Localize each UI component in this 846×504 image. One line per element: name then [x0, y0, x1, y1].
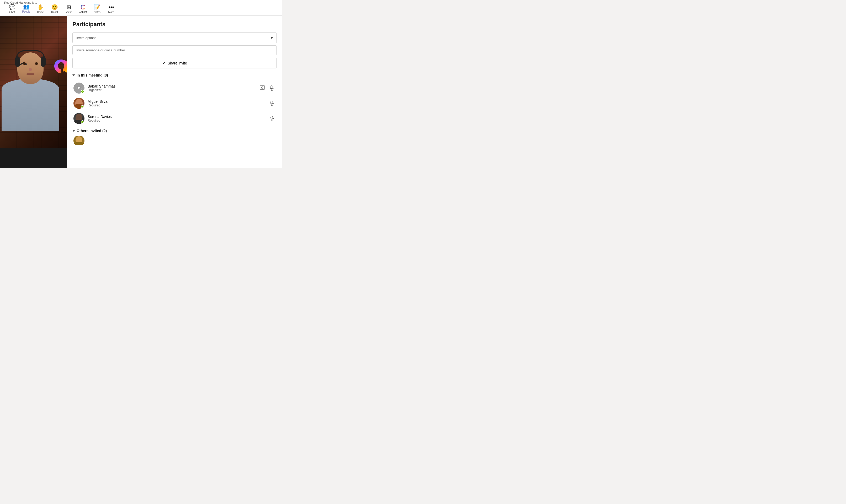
participant-item-serena: Serena Davies Required [72, 111, 277, 126]
toolbar-item-copilot[interactable]: Copilot [76, 3, 90, 14]
mic-icon-babak[interactable] [268, 84, 276, 92]
people-icon: 👥 [23, 3, 30, 10]
share-invite-button[interactable]: ↗ Share invite [72, 58, 277, 68]
video-bottom [0, 148, 67, 168]
in-meeting-header[interactable]: In this meeting (3) [72, 73, 277, 77]
invite-dropdown-text: Invite options [76, 36, 97, 40]
nose [29, 68, 32, 71]
participant-name-babak: Babak Shammas [88, 84, 255, 88]
in-meeting-title: In this meeting (3) [76, 73, 108, 77]
video-feed [0, 16, 67, 148]
shirt [2, 79, 59, 131]
chat-icon: 💬 [9, 4, 16, 10]
toolbar-copilot-label: Copilot [79, 11, 87, 13]
participant-item-miguel: Miguel Silva Required [72, 96, 277, 111]
avatar-serena [73, 113, 85, 124]
main-layout: Participants Invite options ▾ ↗ Share in… [0, 16, 282, 168]
person-in-video [0, 52, 62, 142]
status-dot-miguel [81, 105, 84, 108]
collapse-others-icon [72, 130, 75, 132]
initials-text-babak: BS [76, 86, 81, 90]
participant-actions-babak [258, 84, 276, 92]
toolbar-item-more[interactable]: ••• More [104, 3, 118, 15]
toolbar-item-react[interactable]: 😊 React [48, 3, 62, 15]
status-dot-serena [81, 120, 84, 124]
avatar-miguel [73, 98, 85, 109]
participant-role-miguel: Required [88, 104, 265, 107]
participant-actions-miguel [268, 99, 276, 107]
toolbar-item-people[interactable]: 👥 People [19, 2, 33, 15]
headphone-band [16, 50, 45, 58]
toolbar-more-label: More [108, 11, 114, 14]
participant-actions-serena [268, 114, 276, 122]
avatar-partial [73, 136, 85, 145]
react-icon: 😊 [51, 4, 58, 10]
headphone-left [15, 56, 20, 67]
video-area [0, 16, 67, 168]
copilot-icon [80, 4, 86, 10]
mouth [27, 73, 34, 75]
raise-icon: ✋ [37, 4, 44, 10]
copilot-logo-overlay [53, 58, 67, 77]
share-invite-label: Share invite [168, 61, 187, 65]
participant-info-serena: Serena Davies Required [88, 114, 265, 122]
meeting-title: RootCloud Marketing M... [4, 1, 37, 4]
toolbar-item-notes[interactable]: 📝 Notes [90, 3, 104, 15]
participant-name-serena: Serena Davies [88, 114, 265, 119]
participant-item-partial [72, 136, 277, 145]
view-icon: ⊞ [67, 4, 71, 10]
toolbar-raise-label: Raise [37, 11, 44, 14]
settings-icon-babak[interactable] [258, 84, 266, 92]
toolbar: RootCloud Marketing M... 💬 Chat 👥 People… [0, 0, 282, 16]
participants-panel: Participants Invite options ▾ ↗ Share in… [67, 16, 282, 168]
avatar-initials-babak: BS [73, 83, 85, 94]
toolbar-items: 💬 Chat 👥 People ✋ Raise 😊 React ⊞ View [5, 2, 118, 15]
svg-rect-8 [271, 116, 273, 119]
chevron-down-icon: ▾ [271, 35, 273, 40]
toolbar-react-label: React [51, 11, 58, 14]
participant-name-miguel: Miguel Silva [88, 99, 265, 104]
left-eye [22, 62, 26, 65]
toolbar-item-view[interactable]: ⊞ View [62, 3, 75, 15]
share-icon: ↗ [162, 60, 166, 66]
right-eye [35, 62, 38, 65]
invite-dropdown[interactable]: Invite options ▾ [72, 33, 277, 43]
participant-item-babak: BS Babak Shammas Organizer [72, 80, 277, 96]
panel-title: Participants [72, 21, 277, 28]
more-icon: ••• [108, 4, 114, 10]
toolbar-people-label: People [22, 10, 30, 13]
status-dot-babak [81, 90, 84, 93]
toolbar-notes-label: Notes [94, 11, 101, 14]
toolbar-chat-label: Chat [9, 11, 15, 14]
toolbar-item-raise[interactable]: ✋ Raise [34, 3, 47, 15]
svg-rect-2 [271, 86, 273, 89]
avatar-babak: BS [73, 83, 85, 94]
others-invited-header[interactable]: Others invited (2) [72, 129, 277, 133]
toolbar-item-chat[interactable]: 💬 Chat [5, 3, 19, 15]
others-invited-title: Others invited (2) [76, 129, 107, 133]
headphone-right [41, 56, 46, 67]
head [17, 52, 44, 84]
svg-rect-5 [271, 101, 273, 104]
participant-info-miguel: Miguel Silva Required [88, 99, 265, 107]
participant-info-babak: Babak Shammas Organizer [88, 84, 255, 92]
collapse-icon [72, 74, 75, 76]
participant-role-serena: Required [88, 119, 265, 122]
toolbar-view-label: View [66, 11, 72, 14]
participant-role-babak: Organizer [88, 88, 255, 92]
notes-icon: 📝 [94, 4, 101, 10]
mic-icon-miguel[interactable] [268, 99, 276, 107]
svg-point-1 [261, 87, 263, 88]
svg-rect-0 [260, 86, 265, 89]
mic-icon-serena[interactable] [268, 114, 276, 122]
invite-input[interactable] [72, 46, 277, 55]
active-underline [22, 14, 31, 14]
